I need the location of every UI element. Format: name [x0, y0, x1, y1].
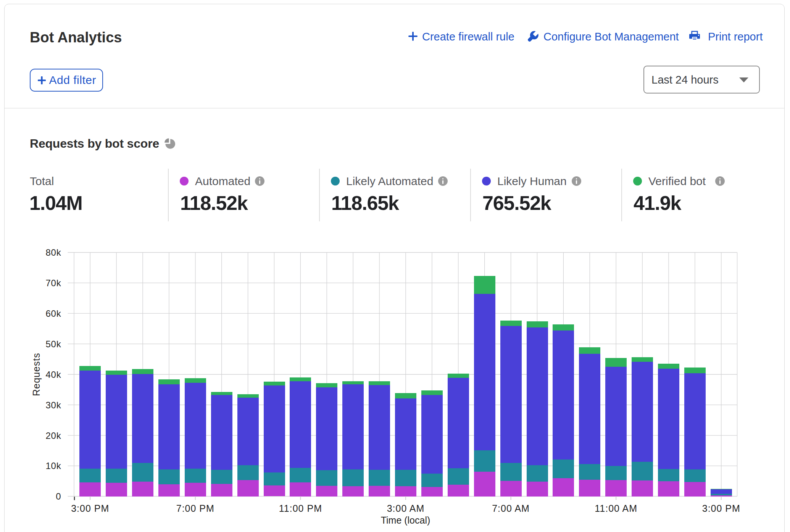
svg-text:3:00 PM: 3:00 PM — [702, 503, 740, 514]
svg-text:7:00 PM: 7:00 PM — [176, 503, 214, 514]
svg-text:80k: 80k — [45, 247, 61, 258]
svg-text:11:00 PM: 11:00 PM — [279, 503, 322, 514]
svg-text:60k: 60k — [45, 308, 61, 319]
svg-text:40k: 40k — [45, 369, 61, 380]
svg-text:3:00 AM: 3:00 AM — [387, 503, 425, 514]
svg-text:7:00 AM: 7:00 AM — [492, 503, 530, 514]
svg-text:11:00 AM: 11:00 AM — [595, 503, 637, 514]
svg-text:20k: 20k — [45, 430, 61, 441]
svg-text:30k: 30k — [45, 400, 61, 410]
svg-text:10k: 10k — [45, 461, 61, 471]
svg-text:0: 0 — [56, 491, 61, 501]
svg-text:50k: 50k — [45, 339, 61, 349]
svg-text:Requests: Requests — [31, 353, 42, 396]
svg-text:70k: 70k — [45, 278, 61, 288]
svg-text:3:00 PM: 3:00 PM — [71, 503, 109, 514]
svg-text:Time (local): Time (local) — [381, 515, 430, 526]
